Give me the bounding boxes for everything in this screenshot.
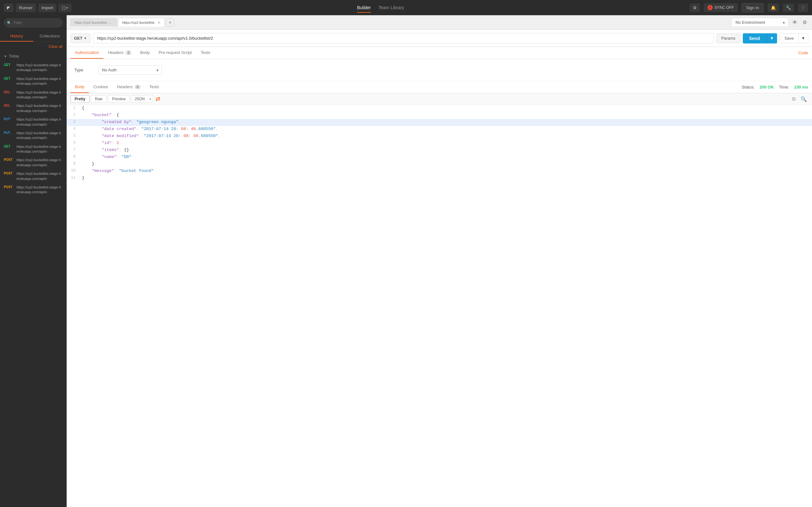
- history-item[interactable]: PUThttps://cp2-bucketlist-stage.herokuap…: [0, 115, 66, 129]
- line-content: "date created": "2017-07-14 20: 08: 40.6…: [79, 126, 812, 133]
- line-content: "name": "D0": [79, 154, 812, 161]
- line-content: {: [79, 105, 812, 112]
- json-line: 9 },: [67, 161, 812, 168]
- line-number: 3: [67, 119, 79, 126]
- history-url: https://cp2-bucketlist-stage.herokuapp.c…: [16, 76, 62, 86]
- tests-tab[interactable]: Tests: [196, 47, 215, 59]
- line-content: "id": 2,: [79, 140, 812, 147]
- sidebar-toggle-btn[interactable]: ◤: [4, 3, 13, 12]
- request-tabs: Authorization Headers 2 Body Pre-request…: [67, 47, 812, 59]
- history-item[interactable]: GEThttps://cp2-bucketlist-stage.herokuap…: [0, 74, 66, 88]
- save-btn[interactable]: Save: [780, 34, 798, 43]
- view-bar: Pretty Raw Preview JSON ⇄ ⧉ 🔍: [67, 93, 812, 105]
- history-url: https://cp2-bucketlist-stage.herokuapp.c…: [16, 90, 62, 100]
- team-library-tab[interactable]: Team Library: [378, 4, 404, 11]
- json-line: 10 "message": "bucket found": [67, 168, 812, 175]
- json-line: 8 "name": "D0": [67, 154, 812, 161]
- resp-cookies-tab[interactable]: Cookies: [89, 81, 113, 93]
- method-chevron: ▼: [84, 37, 87, 40]
- save-dropdown-btn[interactable]: ▼: [798, 34, 808, 43]
- search-response-btn[interactable]: 🔍: [799, 96, 808, 103]
- history-item[interactable]: POSThttps://cp2-bucketlist-stage.herokua…: [0, 183, 66, 197]
- chevron-icon: ▼: [4, 55, 7, 58]
- settings-btn[interactable]: ⚙: [690, 3, 700, 12]
- code-btn[interactable]: Code: [798, 47, 808, 58]
- history-url: https://cp2-bucketlist-stage.herokuapp.c…: [16, 171, 62, 181]
- line-number: 1: [67, 105, 79, 112]
- params-btn[interactable]: Params: [716, 33, 740, 43]
- sync-label: SYNC OFF: [714, 5, 734, 10]
- search-input[interactable]: [4, 18, 62, 27]
- raw-btn[interactable]: Raw: [91, 95, 107, 103]
- save-dropdown-icon: ▼: [801, 36, 805, 41]
- history-item[interactable]: POSThttps://cp2-bucketlist-stage.herokua…: [0, 169, 66, 183]
- auth-tab[interactable]: Authorization: [70, 47, 104, 59]
- history-item[interactable]: PUThttps://cp2-bucketlist-stage.herokuap…: [0, 129, 66, 143]
- format-select[interactable]: JSON: [131, 95, 153, 103]
- clear-all-btn[interactable]: Clear all: [49, 44, 62, 49]
- auth-type-label: Type: [74, 68, 93, 72]
- json-line: 2 "bucket": {: [67, 112, 812, 119]
- resp-headers-tab[interactable]: Headers 6: [113, 81, 145, 93]
- json-line: 5 "date modified": "2017-07-14 20: 08: 4…: [67, 133, 812, 140]
- new-tab-btn[interactable]: ▢+: [59, 3, 71, 12]
- auth-type-select[interactable]: No Auth: [98, 65, 162, 74]
- body-tab[interactable]: Body: [136, 47, 154, 59]
- nav-center: Builder Team Library: [74, 4, 687, 11]
- wrap-icon[interactable]: ⇄: [156, 96, 160, 103]
- history-item[interactable]: GEThttps://cp2-bucketlist-stage.herokuap…: [0, 143, 66, 156]
- history-item[interactable]: DELhttps://cp2-bucketlist-stage.herokuap…: [0, 102, 66, 115]
- sidebar-icon: ◤: [7, 5, 10, 10]
- collections-tab[interactable]: Collections: [33, 31, 67, 42]
- copy-icon: ⧉: [792, 96, 796, 102]
- nav-left: ◤ Runner Import ▢+: [4, 3, 71, 12]
- response-section: Body Cookies Headers 6 Tests Status: 200…: [67, 81, 812, 507]
- heart-btn[interactable]: ♡: [798, 3, 808, 12]
- sync-btn[interactable]: SYNC OFF: [704, 3, 738, 12]
- send-dropdown-btn[interactable]: ▼: [766, 33, 777, 44]
- line-content: "bucket": {: [79, 112, 812, 119]
- history-item[interactable]: DELhttps://cp2-bucketlist-stage.herokuap…: [0, 88, 66, 102]
- resp-headers-label: Headers: [117, 84, 133, 89]
- builder-tab[interactable]: Builder: [357, 4, 371, 11]
- url-bar: GET ▼ Params Send ▼ Save ▼: [67, 30, 812, 47]
- history-method-badge: PUT: [4, 131, 14, 134]
- history-item[interactable]: GEThttps://cp2-bucketlist-stage.herokuap…: [0, 61, 66, 74]
- history-method-badge: PUT: [4, 117, 14, 121]
- tab-close-icon[interactable]: ×: [158, 20, 160, 25]
- history-url: https://cp2-bucketlist-stage.herokuapp.c…: [16, 185, 62, 195]
- json-line: 6 "id": 2,: [67, 140, 812, 147]
- wrench-btn[interactable]: 🔧: [783, 3, 794, 12]
- headers-tab[interactable]: Headers 2: [104, 47, 136, 59]
- request-tab-2[interactable]: https://cp2-bucketlist- ×: [118, 18, 164, 26]
- method-select[interactable]: GET ▼: [70, 33, 91, 43]
- send-btn[interactable]: Send: [743, 33, 766, 44]
- sidebar-actions: Clear all: [0, 42, 66, 51]
- prerequest-tab[interactable]: Pre-request Script: [154, 47, 196, 59]
- history-method-badge: GET: [4, 77, 14, 80]
- add-tab-btn[interactable]: +: [166, 18, 174, 26]
- env-selector-area: No Environment 👁 ⚙: [732, 18, 808, 27]
- resp-body-tab[interactable]: Body: [70, 81, 89, 93]
- resp-tests-tab[interactable]: Tests: [145, 81, 163, 93]
- notification-btn[interactable]: 🔔: [767, 3, 779, 12]
- json-line: 3 "created by": "geogreen ngunga",: [67, 119, 812, 126]
- tab2-url: https://cp2-bucketlist-: [122, 21, 155, 24]
- headers-tab-label: Headers: [108, 50, 123, 55]
- history-item[interactable]: POSThttps://cp2-bucketlist-stage.herokua…: [0, 156, 66, 169]
- copy-btn[interactable]: ⧉: [791, 96, 797, 103]
- pretty-btn[interactable]: Pretty: [70, 95, 90, 103]
- env-select[interactable]: No Environment: [732, 18, 789, 27]
- env-settings-btn[interactable]: ⚙: [801, 18, 808, 26]
- preview-btn[interactable]: Preview: [108, 95, 130, 103]
- request-tab-1[interactable]: https://cp2-bucketlist-stage.: [70, 18, 117, 26]
- auth-section: Type No Auth: [67, 59, 812, 81]
- today-section-header[interactable]: ▼ Today: [0, 51, 66, 61]
- eye-btn[interactable]: 👁: [791, 18, 799, 26]
- sign-in-btn[interactable]: Sign In: [742, 3, 764, 12]
- history-tab[interactable]: History: [0, 31, 33, 42]
- history-url: https://cp2-bucketlist-stage.herokuapp.c…: [16, 145, 62, 154]
- url-input[interactable]: [93, 33, 714, 44]
- runner-btn[interactable]: Runner: [16, 3, 36, 12]
- import-btn[interactable]: Import: [39, 3, 56, 12]
